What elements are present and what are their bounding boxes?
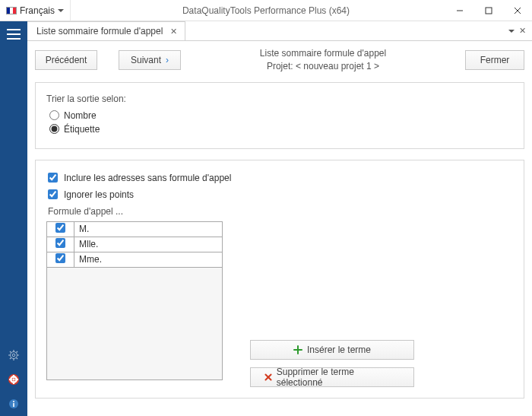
- prev-button[interactable]: Précédent: [35, 50, 97, 70]
- svg-line-10: [10, 351, 11, 353]
- radio-number[interactable]: [49, 110, 59, 120]
- table-row[interactable]: M.: [47, 221, 223, 237]
- next-button[interactable]: Suivant ›: [119, 50, 181, 70]
- salutation-panel: Inclure les adresses sans formule d'appe…: [35, 160, 524, 399]
- language-label: Français: [20, 5, 55, 16]
- hamburger-icon[interactable]: [7, 29, 21, 40]
- svg-point-15: [12, 378, 15, 381]
- flag-fr-icon: [6, 7, 17, 14]
- minimize-button[interactable]: [445, 0, 474, 21]
- settings-button[interactable]: [3, 345, 24, 366]
- info-button[interactable]: [3, 393, 24, 414]
- salutation-grid[interactable]: M.Mlle.Mme.: [46, 221, 223, 380]
- tab-summary-list[interactable]: Liste sommaire formule d'appel ✕: [27, 21, 185, 40]
- row-checkbox[interactable]: [55, 238, 65, 248]
- row-check-cell[interactable]: [47, 252, 74, 267]
- ignore-dots-checkbox[interactable]: [48, 189, 58, 199]
- radio-label[interactable]: [49, 124, 59, 134]
- salutation-list-heading: Formule d'appel ...: [48, 206, 513, 217]
- svg-point-21: [13, 401, 14, 402]
- row-value-cell[interactable]: Mlle.: [74, 237, 223, 252]
- gear-icon: [8, 349, 20, 361]
- info-icon: [8, 399, 19, 409]
- chevron-right-icon: ›: [166, 55, 169, 65]
- row-checkbox[interactable]: [55, 223, 65, 233]
- insert-term-button[interactable]: Insérer le terme: [250, 340, 414, 360]
- close-all-tabs-icon[interactable]: ✕: [519, 26, 526, 36]
- maximize-button[interactable]: [474, 0, 503, 21]
- tab-strip: Liste sommaire formule d'appel ✕ ✕: [27, 21, 532, 41]
- include-no-salutation-checkbox[interactable]: [48, 173, 58, 183]
- sort-panel: Trier la sortie selon: Nombre Étiquette: [35, 82, 524, 149]
- close-tab-icon[interactable]: ✕: [170, 27, 177, 37]
- grid-empty-area: [46, 268, 223, 380]
- svg-point-5: [12, 354, 15, 357]
- svg-rect-22: [13, 403, 14, 407]
- plus-icon: [293, 345, 302, 354]
- ignore-dots-row[interactable]: Ignorer les points: [48, 189, 513, 200]
- delete-term-button[interactable]: Supprimer le terme sélectionné: [250, 367, 414, 387]
- help-button[interactable]: [3, 369, 24, 390]
- close-window-button[interactable]: [503, 0, 532, 21]
- row-checkbox[interactable]: [55, 253, 65, 263]
- lifebuoy-icon: [8, 373, 20, 386]
- sort-option-label[interactable]: Étiquette: [49, 124, 513, 135]
- window-controls: [445, 0, 532, 21]
- svg-line-11: [17, 358, 18, 360]
- svg-line-13: [10, 358, 11, 360]
- svg-line-12: [17, 351, 18, 353]
- title-bar: Français DataQualityTools Performance Pl…: [0, 0, 532, 21]
- include-no-salutation-row[interactable]: Inclure les adresses sans formule d'appe…: [48, 173, 513, 183]
- page-heading: Liste sommaire formule d'appel Projet: <…: [202, 47, 444, 73]
- tab-label: Liste sommaire formule d'appel: [36, 26, 163, 37]
- sort-option-number[interactable]: Nombre: [49, 110, 513, 121]
- svg-point-4: [11, 352, 17, 359]
- row-value-cell[interactable]: Mme.: [74, 252, 223, 267]
- delete-icon: [264, 373, 272, 381]
- sidebar: [0, 21, 27, 416]
- svg-rect-1: [486, 8, 492, 14]
- sort-heading: Trier la sortie selon:: [46, 94, 513, 104]
- table-row[interactable]: Mme.: [47, 252, 223, 267]
- window-title: DataQualityTools Performance Plus (x64): [182, 5, 350, 16]
- tab-overflow-icon[interactable]: [508, 30, 515, 33]
- close-button[interactable]: Fermer: [465, 50, 524, 70]
- row-check-cell[interactable]: [47, 237, 74, 252]
- language-selector[interactable]: Français: [0, 0, 71, 21]
- row-value-cell[interactable]: M.: [74, 221, 223, 237]
- chevron-down-icon: [58, 9, 64, 12]
- table-row[interactable]: Mlle.: [47, 237, 223, 252]
- row-check-cell[interactable]: [47, 221, 74, 237]
